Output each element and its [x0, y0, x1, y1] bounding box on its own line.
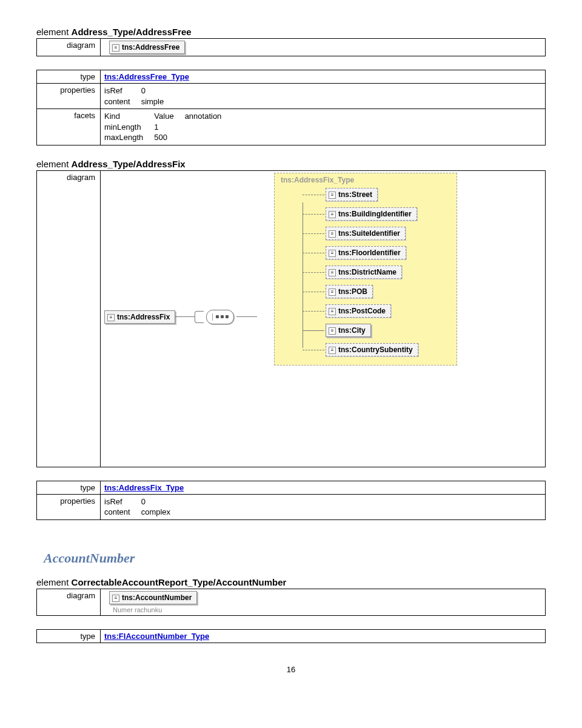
- element-badge-icon: ≡: [329, 327, 336, 335]
- section-title-accountnumber: element CorrectableAccountReport_Type/Ac…: [36, 577, 546, 587]
- table-addressfix-diagram: diagram ≡tns:AddressFix: [36, 170, 546, 467]
- element-badge-icon: ≡: [112, 44, 119, 52]
- schema-child-label: tns:POB: [338, 287, 367, 296]
- schema-element-accountnumber: ≡tns:AccountNumber: [109, 591, 197, 604]
- diagram-root-row: ≡tns:AddressFix: [104, 310, 257, 324]
- element-badge-icon: ≡: [329, 250, 336, 257]
- schema-child-label: tns:FloorIdentifier: [338, 249, 401, 257]
- table-accountnumber-diagram: diagram ≡tns:AccountNumber Numer rachunk…: [36, 589, 546, 616]
- schema-child-row: ≡tns:Street: [326, 188, 450, 201]
- row-label-type: type: [37, 70, 101, 84]
- schema-child-row: ≡tns:PostCode: [326, 304, 450, 318]
- schema-child-row: ≡tns:SuiteIdentifier: [326, 227, 450, 240]
- schema-child-element: ≡tns:SuiteIdentifier: [326, 227, 406, 240]
- element-badge-icon: ≡: [329, 347, 336, 354]
- row-label-diagram: diagram: [37, 39, 101, 56]
- element-badge-icon: ≡: [329, 269, 336, 276]
- row-label-type: type: [37, 481, 101, 494]
- type-panel-addressfix: tns:AddressFix_Type ≡tns:Street≡tns:Buil…: [274, 173, 457, 366]
- type-link[interactable]: tns:FIAccountNumber_Type: [104, 632, 209, 641]
- type-link[interactable]: tns:AddressFix_Type: [104, 483, 184, 492]
- diagram-cell-accountnumber: ≡tns:AccountNumber Numer rachunku: [101, 589, 546, 615]
- schema-child-label: tns:Street: [338, 190, 372, 199]
- section-title-addressfree: element Address_Type/AddressFree: [36, 27, 546, 37]
- diagram-cell: ≡tns:AddressFree: [101, 39, 546, 56]
- schema-child-row: ≡tns:DistrictName: [326, 265, 450, 279]
- cell-type: tns:FIAccountNumber_Type: [101, 629, 546, 643]
- row-label-diagram: diagram: [37, 589, 101, 615]
- schema-child-label: tns:BuildingIdentifier: [338, 210, 412, 218]
- section-title-addressfix: element Address_Type/AddressFix: [36, 159, 546, 169]
- schema-child-element: ≡tns:BuildingIdentifier: [326, 207, 417, 221]
- element-badge-icon: ≡: [329, 308, 336, 315]
- schema-element-addressfree: ≡tns:AddressFree: [109, 41, 185, 54]
- schema-child-element: ≡tns:POB: [326, 285, 373, 298]
- element-badge-icon: ≡: [329, 192, 336, 199]
- schema-child-label: tns:PostCode: [338, 307, 386, 315]
- schema-child-label: tns:DistrictName: [338, 268, 396, 276]
- diagram-caption: Numer rachunku: [113, 606, 541, 613]
- row-label-properties: properties: [37, 84, 101, 109]
- cell-type: tns:AddressFix_Type: [101, 481, 546, 494]
- schema-child-element: ≡tns:City: [326, 324, 371, 337]
- page-number: 16: [36, 665, 546, 674]
- schema-child-element: ≡tns:PostCode: [326, 304, 391, 318]
- cell-properties: isRef0 contentsimple: [101, 84, 546, 109]
- cell-type: tns:AddressFree_Type: [101, 70, 546, 84]
- diagram-cell-addressfix: ≡tns:AddressFix tns:AddressFix_Type: [101, 170, 546, 467]
- row-label-diagram: diagram: [37, 170, 101, 467]
- schema-child-element: ≡tns:DistrictName: [326, 265, 402, 279]
- element-badge-icon: ≡: [329, 211, 336, 218]
- element-badge-icon: ≡: [329, 230, 336, 238]
- schema-child-row: ≡tns:CountrySubentity: [326, 343, 450, 356]
- schema-child-row: ≡tns:BuildingIdentifier: [326, 207, 450, 221]
- sequence-compositor-icon: [206, 310, 234, 324]
- schema-element-addressfix: ≡tns:AddressFix: [104, 310, 175, 324]
- schema-child-row: ≡tns:FloorIdentifier: [326, 246, 450, 259]
- element-badge-icon: ≡: [329, 289, 336, 296]
- schema-child-row: ≡tns:POB: [326, 285, 450, 298]
- schema-child-label: tns:CountrySubentity: [338, 346, 413, 354]
- element-badge-icon: ≡: [112, 595, 119, 602]
- row-label-type: type: [37, 629, 101, 643]
- cell-facets: Kind Value annotation minLength 1 maxLen…: [101, 109, 546, 145]
- schema-child-row: ≡tns:City: [326, 324, 450, 337]
- table-addressfix-details: type tns:AddressFix_Type properties isRe…: [36, 481, 546, 520]
- table-addressfree-details: type tns:AddressFree_Type properties isR…: [36, 70, 546, 145]
- schema-child-element: ≡tns:CountrySubentity: [326, 343, 418, 356]
- schema-child-label: tns:City: [338, 326, 366, 335]
- schema-child-label: tns:SuiteIdentifier: [338, 229, 400, 238]
- row-label-facets: facets: [37, 109, 101, 145]
- table-accountnumber-details: type tns:FIAccountNumber_Type: [36, 629, 546, 643]
- cell-properties: isRef0 contentcomplex: [101, 494, 546, 519]
- element-badge-icon: ≡: [107, 314, 115, 321]
- heading-accountnumber: AccountNumber: [44, 550, 546, 566]
- schema-child-element: ≡tns:Street: [326, 188, 378, 201]
- schema-child-element: ≡tns:FloorIdentifier: [326, 246, 406, 259]
- table-addressfree: diagram ≡tns:AddressFree: [36, 38, 546, 56]
- type-link[interactable]: tns:AddressFree_Type: [104, 72, 189, 81]
- panel-title: tns:AddressFix_Type: [281, 176, 450, 184]
- row-label-properties: properties: [37, 494, 101, 519]
